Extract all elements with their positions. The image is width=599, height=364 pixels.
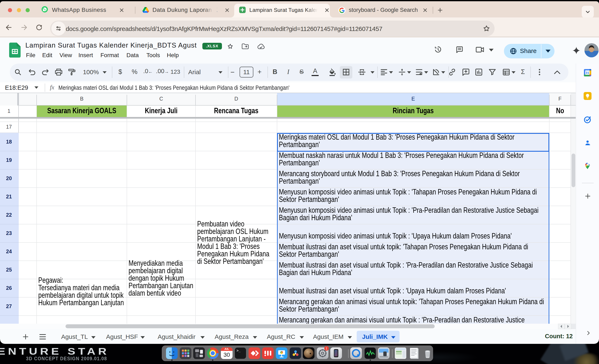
svg-text:31: 31 — [586, 71, 589, 74]
